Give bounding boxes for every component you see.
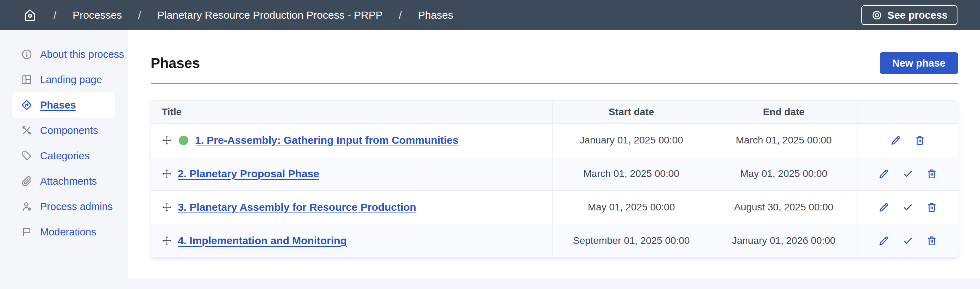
- check-icon: [902, 168, 913, 179]
- pencil-icon: [878, 201, 889, 213]
- delete-phase-button[interactable]: [926, 201, 937, 213]
- start-date-cell: May 01, 2025 00:00: [553, 191, 710, 224]
- topbar: / Processes / Planetary Resource Product…: [0, 0, 980, 30]
- edit-phase-button[interactable]: [878, 168, 889, 179]
- sidebar-item-label: Landing page: [40, 74, 102, 86]
- breadcrumb-processes[interactable]: Processes: [73, 9, 122, 21]
- end-date-cell: August 30, 2025 00:00: [710, 191, 858, 224]
- sidebar-item-components[interactable]: Components: [0, 118, 128, 143]
- breadcrumb-separator: /: [54, 9, 56, 21]
- paperclip-icon: [21, 176, 32, 187]
- table-header-row: Title Start date End date: [151, 101, 958, 123]
- pencil-icon: [878, 168, 889, 179]
- layout-icon: [21, 74, 32, 85]
- activate-phase-button[interactable]: [902, 235, 913, 246]
- check-icon: [902, 235, 913, 246]
- info-icon: [21, 49, 32, 60]
- activate-phase-button[interactable]: [902, 201, 913, 213]
- column-header-start-date: Start date: [553, 101, 710, 123]
- sidebar-item-attachments[interactable]: Attachments: [0, 168, 128, 194]
- phases-table: Title Start date End date: [151, 101, 958, 258]
- end-date-cell: May 01, 2025 00:00: [710, 157, 858, 190]
- new-phase-button[interactable]: New phase: [880, 52, 959, 74]
- activate-phase-button[interactable]: [902, 168, 913, 179]
- sidebar-item-landing-page[interactable]: Landing page: [0, 67, 128, 93]
- active-phase-dot: [179, 136, 188, 145]
- breadcrumb-process-name[interactable]: Planetary Resource Production Process - …: [158, 9, 383, 21]
- drag-handle-icon[interactable]: [162, 135, 172, 145]
- see-process-button[interactable]: See process: [861, 5, 958, 25]
- column-header-actions: [858, 101, 958, 123]
- delete-phase-button[interactable]: [914, 135, 926, 146]
- breadcrumb-phases: Phases: [418, 9, 453, 21]
- column-header-end-date: End date: [710, 101, 858, 123]
- drag-handle-icon[interactable]: [162, 235, 172, 246]
- sidebar-item-categories[interactable]: Categories: [0, 143, 128, 168]
- table-row: 4. Implementation and Monitoring Septemb…: [151, 224, 958, 257]
- check-icon: [902, 201, 913, 213]
- sidebar-item-label: Categories: [40, 150, 89, 162]
- phase-title-link[interactable]: 2. Planetary Proposal Phase: [178, 168, 319, 180]
- end-date-cell: March 01, 2025 00:00: [710, 124, 858, 157]
- see-process-label: See process: [888, 10, 948, 21]
- trash-icon: [926, 168, 937, 179]
- start-date-cell: March 01, 2025 00:00: [553, 157, 710, 190]
- user-gear-icon: [21, 201, 32, 212]
- tag-icon: [21, 150, 32, 161]
- phase-title-link[interactable]: 4. Implementation and Monitoring: [178, 235, 347, 247]
- phase-title-link[interactable]: 3. Planetary Assembly for Resource Produ…: [178, 201, 416, 213]
- sidebar-item-label: Components: [40, 125, 98, 136]
- admin-home-icon[interactable]: [22, 8, 37, 22]
- phase-title-link[interactable]: 1. Pre-Assembly: Gathering Input from Co…: [195, 134, 458, 146]
- table-row: 1. Pre-Assembly: Gathering Input from Co…: [151, 123, 958, 157]
- edit-phase-button[interactable]: [878, 201, 889, 213]
- breadcrumb-separator: /: [138, 9, 141, 21]
- pencil-icon: [878, 235, 889, 246]
- start-date-cell: September 01, 2025 00:00: [553, 224, 710, 257]
- sidebar-item-label: Phases: [40, 99, 76, 111]
- breadcrumb: / Processes / Planetary Resource Product…: [54, 9, 453, 21]
- delete-phase-button[interactable]: [926, 168, 937, 179]
- process-sidebar: About this process Landing page: [0, 30, 128, 278]
- page-title: Phases: [151, 55, 200, 71]
- pencil-icon: [890, 135, 902, 146]
- main-content: Phases New phase Title Start date End da…: [128, 30, 980, 278]
- trash-icon: [926, 201, 937, 213]
- sidebar-item-about[interactable]: About this process: [0, 42, 128, 67]
- sidebar-item-label: Process admins: [40, 201, 113, 212]
- admin-app: / Processes / Planetary Resource Product…: [0, 0, 980, 289]
- drag-handle-icon[interactable]: [162, 202, 172, 212]
- table-row: 2. Planetary Proposal Phase March 01, 20…: [151, 157, 958, 190]
- end-date-cell: January 01, 2026 00:00: [710, 224, 858, 257]
- delete-phase-button[interactable]: [926, 235, 937, 246]
- trash-icon: [914, 135, 926, 146]
- column-header-title: Title: [151, 101, 553, 123]
- breadcrumb-separator: /: [399, 9, 402, 21]
- start-date-cell: January 01, 2025 00:00: [553, 124, 710, 157]
- tools-icon: [21, 125, 32, 136]
- table-row: 3. Planetary Assembly for Resource Produ…: [151, 190, 958, 224]
- flag-icon: [21, 226, 32, 238]
- edit-phase-button[interactable]: [890, 135, 902, 146]
- sidebar-item-phases[interactable]: Phases: [12, 93, 115, 118]
- sidebar-item-label: Attachments: [40, 176, 97, 187]
- sidebar-item-process-admins[interactable]: Process admins: [0, 194, 128, 219]
- drag-handle-icon[interactable]: [162, 168, 172, 179]
- header-divider: [151, 83, 958, 84]
- eye-icon: [871, 10, 883, 21]
- trash-icon: [926, 235, 937, 246]
- sidebar-item-label: About this process: [40, 49, 124, 60]
- sidebar-item-moderations[interactable]: Moderations: [0, 219, 128, 244]
- sidebar-item-label: Moderations: [40, 226, 97, 238]
- phases-diamond-icon: [21, 99, 32, 111]
- edit-phase-button[interactable]: [878, 235, 889, 246]
